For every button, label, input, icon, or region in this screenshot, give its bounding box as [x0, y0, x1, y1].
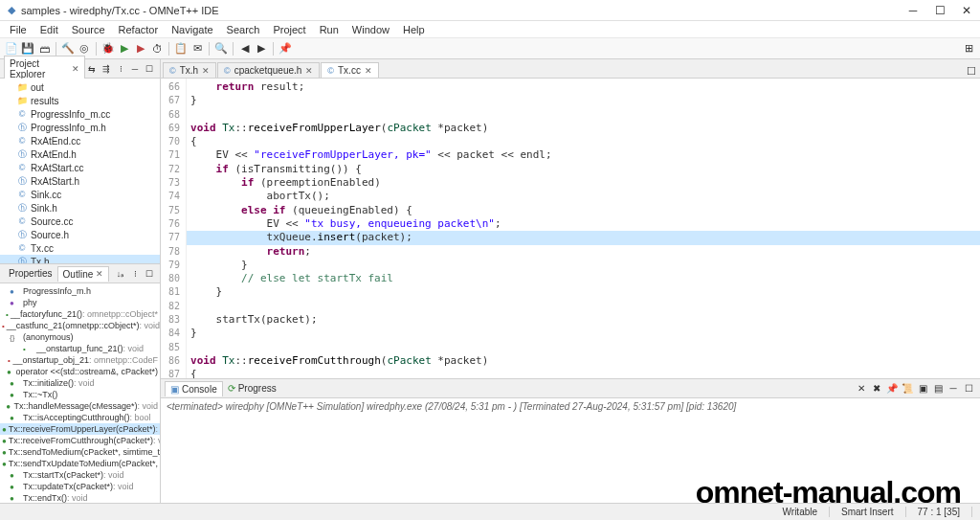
menu-edit[interactable]: Edit — [34, 22, 64, 37]
code-line[interactable]: } — [187, 285, 980, 299]
filter-icon[interactable]: ⁝ — [114, 62, 127, 76]
editor-tab[interactable]: ©Tx.cc✕ — [321, 62, 379, 78]
console-open-icon[interactable]: ▤ — [930, 381, 946, 396]
tree-item[interactable]: ©Sink.cc — [0, 188, 160, 201]
outline-item[interactable]: ●Tx::receiveFromUpperLayer(cPacket*) : v — [0, 423, 160, 435]
menu-project[interactable]: Project — [267, 22, 311, 37]
target-icon[interactable]: ◎ — [77, 41, 92, 57]
outline-item[interactable]: ●Tx::startTx(cPacket*) : void — [0, 469, 160, 481]
tree-item[interactable]: ⓗRxAtStart.h — [0, 174, 160, 188]
tree-item[interactable]: ⓗSource.h — [0, 228, 160, 241]
perspective-icon[interactable]: ⊞ — [961, 41, 976, 57]
tree-item[interactable]: ⓗSink.h — [0, 201, 160, 215]
build-icon[interactable]: 🔨 — [60, 41, 76, 57]
forward-icon[interactable]: ▶ — [254, 41, 269, 57]
outline-item[interactable]: ●Tx::receiveFromCutthrough(cPacket*) : v — [0, 435, 160, 446]
outline-item[interactable]: ●Tx::sendTxUpdateToMedium(cPacket*, si — [0, 458, 160, 469]
maximize-button[interactable]: ☐ — [934, 5, 946, 16]
menu-file[interactable]: File — [4, 22, 33, 37]
code-line[interactable]: { — [187, 368, 980, 378]
minimize-button[interactable]: ─ — [907, 5, 919, 16]
properties-tab[interactable]: Properties — [4, 266, 57, 281]
tree-item[interactable]: ©ProgressInfo_m.cc — [0, 107, 160, 121]
console-show-icon[interactable]: ▣ — [915, 381, 930, 396]
console-min-icon[interactable]: ─ — [946, 381, 961, 396]
editor-tab[interactable]: ©cpacketqueue.h✕ — [217, 62, 320, 78]
code-line[interactable]: return result; — [187, 80, 980, 94]
outline-item[interactable]: ●Tx::updateTx(cPacket*) : void — [0, 481, 160, 492]
debug-icon[interactable]: 🐞 — [100, 41, 116, 57]
outline-item[interactable]: •__onstartup_func_21() : void — [0, 343, 160, 354]
outline-item[interactable]: •__factoryfunc_21() : omnetpp::cObject* — [0, 308, 160, 320]
code-line[interactable]: startTx(packet); — [187, 313, 980, 327]
code-line[interactable]: abortTx(); — [187, 190, 980, 203]
new-ned-icon[interactable]: 📋 — [173, 41, 189, 57]
close-icon[interactable]: ✕ — [202, 66, 210, 76]
tree-item[interactable]: ©Source.cc — [0, 215, 160, 228]
code-line[interactable]: EV << "receiveFromUpperLayer, pk=" << pa… — [187, 148, 980, 162]
outline-item[interactable]: ●operator <<(std::ostream&, cPacket*) — [0, 366, 160, 377]
run-icon[interactable]: ▶ — [117, 41, 132, 57]
code-line[interactable]: EV << "tx busy, enqueueing packet\n"; — [187, 217, 980, 231]
code-line[interactable]: else if (queueingEnabled) { — [187, 204, 980, 217]
outline-item[interactable]: ●Tx::isAcceptingCutthrough() : bool — [0, 412, 160, 423]
code-line[interactable] — [187, 108, 980, 122]
code-line[interactable]: } — [187, 259, 980, 272]
menu-search[interactable]: Search — [221, 22, 266, 37]
progress-tab[interactable]: ⟳ Progress — [223, 381, 281, 396]
outline-item[interactable]: ●Tx::~Tx() — [0, 389, 160, 400]
tree-item[interactable]: 📁out — [0, 80, 160, 94]
collapse-icon[interactable]: ⇆ — [85, 62, 99, 76]
tree-item[interactable]: ©RxAtEnd.cc — [0, 134, 160, 147]
code-line[interactable]: // else let startTx fail — [187, 272, 980, 285]
pin-icon[interactable]: 📌 — [278, 41, 293, 57]
code-area[interactable]: return result;}void Tx::receiveFromUpper… — [187, 79, 980, 378]
tree-item[interactable]: ⓗProgressInfo_m.h — [0, 121, 160, 134]
sort-icon[interactable]: ↓ₐ — [114, 267, 127, 281]
save-icon[interactable]: 💾 — [20, 41, 35, 57]
outline-item[interactable]: •__castfunc_21(omnetpp::cObject*) : void… — [0, 320, 160, 331]
editor-tab[interactable]: ©Tx.h✕ — [163, 62, 216, 78]
outline-tree[interactable]: ●ProgressInfo_m.h●phy•__factoryfunc_21()… — [0, 283, 160, 503]
menu-source[interactable]: Source — [66, 22, 111, 37]
outline-tab[interactable]: Outline ✕ — [57, 266, 110, 282]
close-button[interactable]: ✕ — [961, 5, 972, 16]
code-editor[interactable]: 6667686970717273747576777879808182838485… — [161, 79, 980, 378]
code-line[interactable]: return; — [187, 245, 980, 259]
tree-item[interactable]: ⓗRxAtEnd.h — [0, 147, 160, 161]
save-all-icon[interactable]: 🗃 — [36, 41, 52, 57]
menu-run[interactable]: Run — [314, 22, 345, 37]
explorer-tab[interactable]: Project Explorer ✕ — [4, 56, 85, 81]
code-line[interactable]: if (preemptionEnabled) — [187, 176, 980, 190]
code-line[interactable]: { — [187, 135, 980, 148]
profile-icon[interactable]: ⏱ — [149, 41, 165, 57]
outline-item[interactable]: ●Tx::endTx() : void — [0, 492, 160, 503]
tree-item[interactable]: ⓗTx.h — [0, 255, 160, 263]
tree-item[interactable]: ©RxAtStart.cc — [0, 161, 160, 174]
menu-window[interactable]: Window — [346, 22, 395, 37]
link-icon[interactable]: ⇶ — [100, 62, 113, 76]
menu-help[interactable]: Help — [397, 22, 431, 37]
outline-max-icon[interactable]: ☐ — [143, 267, 156, 281]
search-icon[interactable]: 🔍 — [213, 41, 229, 57]
outline-item[interactable]: ●Tx::handleMessage(cMessage*) : void — [0, 400, 160, 412]
close-icon[interactable]: ✕ — [72, 64, 79, 74]
code-line[interactable]: void Tx::receiveFromCutthrough(cPacket *… — [187, 354, 980, 368]
max-icon[interactable]: ☐ — [143, 62, 156, 76]
code-line[interactable]: void Tx::receiveFromUpperLayer(cPacket *… — [187, 122, 980, 135]
code-line[interactable]: } — [187, 327, 980, 340]
code-line[interactable] — [187, 300, 980, 313]
back-icon[interactable]: ◀ — [237, 41, 253, 57]
outline-item[interactable]: ●Tx::initialize() : void — [0, 377, 160, 389]
outline-min-icon[interactable]: ⁝ — [128, 267, 142, 281]
project-tree[interactable]: 📁out📁results©ProgressInfo_m.ccⓗProgressI… — [0, 79, 160, 263]
console-remove-icon[interactable]: ✖ — [869, 381, 884, 396]
close-icon[interactable]: ✕ — [365, 66, 372, 76]
outline-item[interactable]: {}(anonymous) — [0, 331, 160, 343]
close-icon[interactable]: ✕ — [305, 66, 313, 76]
tree-item[interactable]: 📁results — [0, 94, 160, 107]
code-line[interactable] — [187, 341, 980, 354]
console-pin-icon[interactable]: 📌 — [884, 381, 900, 396]
code-line[interactable]: txQueue.insert(packet); — [187, 231, 980, 244]
new-icon[interactable]: 📄 — [4, 41, 19, 57]
